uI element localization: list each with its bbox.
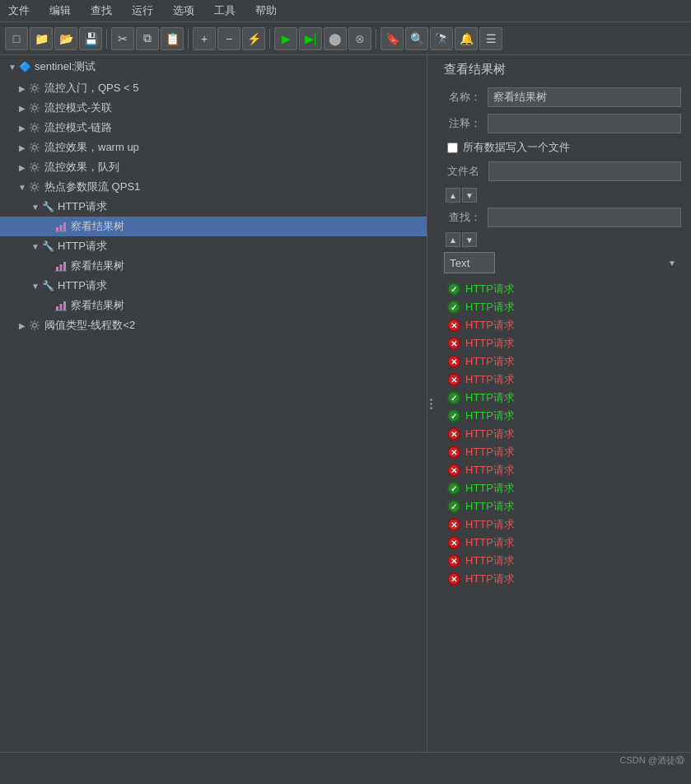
- copy-btn[interactable]: ⧉: [136, 27, 159, 50]
- add-btn[interactable]: +: [193, 27, 216, 50]
- result-item-15[interactable]: ✕HTTP请求: [444, 552, 681, 570]
- result-item-8[interactable]: ✕HTTP请求: [444, 425, 681, 443]
- result-item-6[interactable]: ✓HTTP请求: [444, 389, 681, 407]
- play2-btn[interactable]: ▶|: [299, 27, 322, 50]
- status-ok-icon: ✓: [447, 482, 460, 495]
- tree-arrow-item2[interactable]: ▶: [16, 104, 28, 113]
- result-item-16[interactable]: ✕HTTP请求: [444, 570, 681, 588]
- menu-btn[interactable]: ☰: [479, 27, 502, 50]
- result-item-5[interactable]: ✕HTTP请求: [444, 371, 681, 389]
- tree-arrow-item6_1[interactable]: ▼: [30, 203, 41, 212]
- menu-item-帮助[interactable]: 帮助: [250, 2, 282, 20]
- tree-item-item5[interactable]: ▶流控效果，队列: [0, 157, 427, 177]
- svg-line-6: [37, 91, 39, 92]
- down-btn-2[interactable]: ▼: [462, 232, 477, 247]
- menu-item-文件[interactable]: 文件: [3, 2, 35, 20]
- file-input[interactable]: [488, 161, 681, 181]
- result-item-13[interactable]: ✕HTTP请求: [444, 516, 681, 534]
- tree-label-item6_3: HTTP请求: [58, 278, 107, 293]
- stop-btn[interactable]: ⬤: [324, 27, 347, 50]
- tree-item-item1[interactable]: ▶流控入门，QPS < 5: [0, 78, 427, 98]
- svg-line-35: [31, 150, 33, 152]
- result-item-14[interactable]: ✕HTTP请求: [444, 534, 681, 552]
- menubar: 文件编辑查找运行选项工具帮助: [0, 0, 691, 22]
- tree-item-item6_3_1[interactable]: 察看结果树: [0, 296, 427, 315]
- remove-btn[interactable]: −: [217, 27, 240, 50]
- browse-btn[interactable]: 🔍: [405, 27, 428, 50]
- text-type-select[interactable]: TextRegExpXPath: [444, 252, 495, 273]
- result-item-9[interactable]: ✕HTTP请求: [444, 443, 681, 461]
- result-item-10[interactable]: ✕HTTP请求: [444, 461, 681, 479]
- result-item-7[interactable]: ✓HTTP请求: [444, 407, 681, 425]
- menu-item-查找[interactable]: 查找: [86, 2, 117, 20]
- down-btn-1[interactable]: ▼: [462, 188, 477, 203]
- menu-item-选项[interactable]: 选项: [168, 2, 199, 20]
- tree-arrow-item3[interactable]: ▶: [16, 124, 28, 133]
- svg-line-24: [37, 130, 39, 132]
- svg-line-52: [37, 184, 39, 185]
- open-btn[interactable]: 📂: [54, 27, 77, 50]
- search-input[interactable]: [488, 208, 681, 227]
- menu-item-工具[interactable]: 工具: [209, 2, 240, 20]
- tree-item-item6_2[interactable]: ▼🔧HTTP请求: [0, 236, 427, 256]
- toolbar-separator: [106, 29, 107, 49]
- result-item-3[interactable]: ✕HTTP请求: [444, 334, 681, 352]
- svg-line-25: [37, 124, 39, 126]
- name-input[interactable]: [488, 87, 681, 107]
- binoculars-btn[interactable]: 🔭: [430, 27, 453, 50]
- svg-line-34: [37, 144, 39, 146]
- panel-title: 查看结果树: [444, 62, 681, 77]
- tree-label-item6_3_1: 察看结果树: [71, 298, 124, 313]
- result-item-0[interactable]: ✓HTTP请求: [444, 280, 681, 298]
- write-all-checkbox[interactable]: [447, 142, 458, 153]
- name-row: 名称：: [444, 87, 681, 107]
- tree-item-item6[interactable]: ▼热点参数限流 QPS1: [0, 177, 427, 197]
- tree-item-item6_3[interactable]: ▼🔧HTTP请求: [0, 276, 427, 296]
- svg-line-72: [37, 328, 39, 329]
- tree-arrow-item6_2[interactable]: ▼: [30, 242, 41, 251]
- svg-line-16: [37, 105, 39, 106]
- menu-item-编辑[interactable]: 编辑: [44, 2, 76, 20]
- result-item-11[interactable]: ✓HTTP请求: [444, 479, 681, 497]
- root-arrow[interactable]: ▼: [7, 63, 18, 72]
- new-file-btn[interactable]: □: [5, 27, 28, 50]
- result-item-4[interactable]: ✕HTTP请求: [444, 352, 681, 371]
- bell-btn[interactable]: 🔔: [455, 27, 478, 50]
- search-row: 查找：: [444, 208, 681, 227]
- tree-root-item[interactable]: ▼ 🔷 sentinel:测试: [0, 57, 427, 77]
- tree-item-item6_1_1[interactable]: 察看结果树: [0, 217, 427, 236]
- tree-item-item3[interactable]: ▶流控模式-链路: [0, 118, 427, 138]
- tree-item-item7[interactable]: ▶阈值类型-线程数<2: [0, 315, 427, 335]
- comment-input[interactable]: [488, 114, 681, 133]
- tree-item-item6_1[interactable]: ▼🔧HTTP请求: [0, 197, 427, 217]
- new-project-btn[interactable]: 📁: [30, 27, 53, 50]
- tree-root: ▼ 🔷 sentinel:测试: [0, 55, 427, 78]
- result-item-1[interactable]: ✓HTTP请求: [444, 298, 681, 316]
- svg-line-44: [31, 170, 33, 171]
- tree-item-item2[interactable]: ▶流控模式-关联: [0, 98, 427, 118]
- tree-arrow-item4[interactable]: ▶: [16, 143, 28, 152]
- tree-arrow-item7[interactable]: ▶: [16, 321, 28, 330]
- tree-arrow-item1[interactable]: ▶: [16, 84, 28, 93]
- tree-arrow-item5[interactable]: ▶: [16, 163, 28, 172]
- script-btn[interactable]: ⚡: [242, 27, 265, 50]
- result-item-12[interactable]: ✓HTTP请求: [444, 497, 681, 516]
- result-item-2[interactable]: ✕HTTP请求: [444, 316, 681, 334]
- cut-btn[interactable]: ✂: [111, 27, 134, 50]
- save-btn[interactable]: 💾: [79, 27, 102, 50]
- up-btn-1[interactable]: ▲: [446, 188, 460, 203]
- up-btn-2[interactable]: ▲: [446, 232, 460, 247]
- bookmark-btn[interactable]: 🔖: [381, 27, 404, 50]
- result-label-12: HTTP请求: [465, 499, 515, 514]
- play-btn[interactable]: ▶: [274, 27, 297, 50]
- status-err-icon: ✕: [447, 337, 460, 350]
- svg-line-23: [31, 124, 33, 126]
- tree-item-item6_2_1[interactable]: 察看结果树: [0, 256, 427, 276]
- menu-item-运行[interactable]: 运行: [127, 2, 158, 20]
- paste-btn[interactable]: 📋: [161, 27, 184, 50]
- tree-item-item4[interactable]: ▶流控效果，warm up: [0, 138, 427, 157]
- splitter[interactable]: [427, 55, 434, 752]
- tree-arrow-item6[interactable]: ▼: [16, 183, 28, 192]
- reset-btn[interactable]: ⊗: [348, 27, 371, 50]
- tree-arrow-item6_3[interactable]: ▼: [30, 282, 41, 291]
